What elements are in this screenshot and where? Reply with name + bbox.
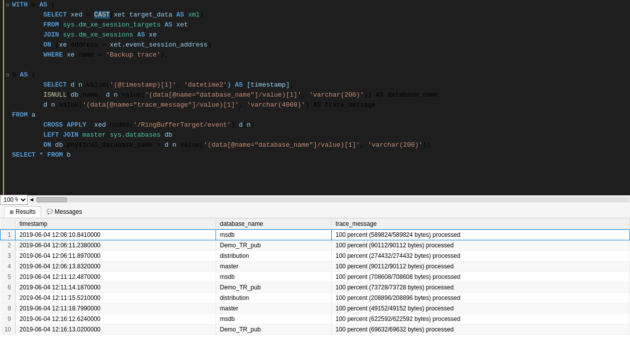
line-content: b AS ( xyxy=(12,70,630,80)
cell-rownum: 2 xyxy=(1,240,16,251)
results-tab-label: Results xyxy=(16,208,36,215)
line-content: JOIN sys.dm_xe_sessions AS xe xyxy=(12,30,630,40)
fold-icon xyxy=(4,153,12,158)
fold-icon xyxy=(4,43,12,48)
fold-icon xyxy=(4,60,12,66)
line-content: LEFT JOIN master.sys.databases db xyxy=(12,130,630,140)
code-lines: ⊟WITH a AS ( SELECT xed = CAST(xet.targe… xyxy=(4,0,630,160)
col-header-database_name: database_name xyxy=(216,218,331,230)
cell-trace_message: 100 percent (90112/90112 bytes) processe… xyxy=(331,261,629,272)
cell-rownum: 3 xyxy=(1,251,16,261)
table-row[interactable]: 32019-06-04 12:06:11.8970000distribution… xyxy=(1,251,630,261)
table-row[interactable]: 72019-06-04 12:11:15.5210000distribution… xyxy=(1,293,630,303)
table-row[interactable]: 102019-06-04 12:16:13.0200000Demo_TR_pub… xyxy=(1,324,630,335)
table-row[interactable]: 82019-06-04 12:11:18.7990000master100 pe… xyxy=(1,303,630,314)
code-line: ON (xe.address = xet.event_session_addre… xyxy=(4,40,630,50)
fold-icon xyxy=(4,143,12,148)
line-content: ON (xe.address = xet.event_session_addre… xyxy=(12,40,630,50)
results-container[interactable]: timestamp database_name trace_message 12… xyxy=(0,218,630,335)
results-table: timestamp database_name trace_message 12… xyxy=(0,218,630,335)
code-line: LEFT JOIN master.sys.databases db xyxy=(4,130,630,140)
cell-rownum: 5 xyxy=(1,272,16,282)
scroll-thumb[interactable] xyxy=(37,197,67,202)
cell-timestamp: 2019-06-04 12:16:13.0200000 xyxy=(16,324,216,335)
code-line: ⊟b AS ( xyxy=(4,70,630,80)
cell-database_name: master xyxy=(216,303,331,314)
table-row[interactable]: 12019-06-04 12:06:10.8410000msdb100 perc… xyxy=(1,230,630,240)
code-line: ⊟WITH a AS ( xyxy=(4,0,630,10)
tab-results[interactable]: ⊞ Results xyxy=(4,206,41,217)
fold-icon xyxy=(4,53,12,58)
cell-timestamp: 2019-06-04 12:06:11.2380000 xyxy=(16,240,216,251)
code-line xyxy=(4,60,630,70)
cell-database_name: master xyxy=(216,261,331,272)
cell-trace_message: 100 percent (90112/90112 bytes) processe… xyxy=(331,240,629,251)
table-row[interactable]: 62019-06-04 12:11:14.1870000Demo_TR_pub1… xyxy=(1,282,630,293)
fold-icon xyxy=(4,93,12,98)
cell-rownum: 8 xyxy=(1,303,16,314)
col-header-rownum xyxy=(1,218,16,230)
cell-rownum: 9 xyxy=(1,314,16,324)
code-line: SELECT d.n.value('(@timestamp)[1]', 'dat… xyxy=(4,80,630,90)
code-area[interactable]: ⊟WITH a AS ( SELECT xed = CAST(xet.targe… xyxy=(4,0,630,195)
cell-trace_message: 100 percent (73728/73728 bytes) processe… xyxy=(331,282,629,293)
code-line: ISNULL(db.name, d.n.value('(data[@name="… xyxy=(4,90,630,100)
code-line: FROM a xyxy=(4,110,630,120)
line-content: SELECT d.n.value('(@timestamp)[1]', 'dat… xyxy=(12,80,630,90)
table-row[interactable]: 92019-06-04 12:16:12.6240000msdb100 perc… xyxy=(1,314,630,324)
tab-messages[interactable]: 💬 Messages xyxy=(41,206,88,217)
cell-trace_message: 100 percent (49152/49152 bytes) processe… xyxy=(331,303,629,314)
results-tabs: ⊞ Results 💬 Messages xyxy=(0,203,630,218)
cell-database_name: msdb xyxy=(216,272,331,282)
code-line: SELECT xed = CAST(xet.target_data AS xml… xyxy=(4,10,630,20)
scrollbar-area: 100 % 75 % 150 % ◀ xyxy=(0,195,630,203)
editor-wrapper: ⊟WITH a AS ( SELECT xed = CAST(xet.targe… xyxy=(0,0,630,195)
table-row[interactable]: 52019-06-04 12:11:12.4870000msdb100 perc… xyxy=(1,272,630,282)
cell-trace_message: 100 percent (274432/274432 bytes) proces… xyxy=(331,251,629,261)
cell-timestamp: 2019-06-04 12:11:12.4870000 xyxy=(16,272,216,282)
fold-icon xyxy=(4,103,12,108)
line-content: d.n.value('(data[@name="trace_message"]/… xyxy=(12,100,630,110)
line-content: FROM a xyxy=(12,110,630,120)
results-icon: ⊞ xyxy=(10,209,14,215)
cell-rownum: 4 xyxy=(1,261,16,272)
code-line: SELECT * FROM b xyxy=(4,150,630,160)
cell-timestamp: 2019-06-04 12:06:11.8970000 xyxy=(16,251,216,261)
fold-icon xyxy=(4,83,12,88)
code-line: FROM sys.dm_xe_session_targets AS xet xyxy=(4,20,630,30)
messages-tab-label: Messages xyxy=(55,208,82,215)
cell-trace_message: 100 percent (589824/589824 bytes) proces… xyxy=(331,230,629,240)
results-tbody: 12019-06-04 12:06:10.8410000msdb100 perc… xyxy=(1,230,630,335)
scroll-left-btn[interactable]: ◀ xyxy=(28,196,36,203)
cell-trace_message: 100 percent (708608/708608 bytes) proces… xyxy=(331,272,629,282)
cell-rownum: 7 xyxy=(1,293,16,303)
cell-database_name: msdb xyxy=(216,230,331,240)
fold-icon xyxy=(4,113,12,118)
fold-icon[interactable]: ⊟ xyxy=(4,2,12,8)
messages-icon: 💬 xyxy=(47,209,53,214)
table-header-row: timestamp database_name trace_message xyxy=(1,218,630,230)
cell-trace_message: 100 percent (622592/622592 bytes) proces… xyxy=(331,314,629,324)
code-line: d.n.value('(data[@name="trace_message"]/… xyxy=(4,100,630,110)
fold-icon xyxy=(4,33,12,38)
line-content: WITH a AS ( xyxy=(12,0,630,10)
cell-timestamp: 2019-06-04 12:06:13.8320000 xyxy=(16,261,216,272)
cell-timestamp: 2019-06-04 12:16:12.6240000 xyxy=(16,314,216,324)
cell-rownum: 1 xyxy=(1,230,16,240)
cell-trace_message: 100 percent (69632/69632 bytes) processe… xyxy=(331,324,629,335)
fold-icon[interactable]: ⊟ xyxy=(4,72,12,78)
cell-database_name: distribution xyxy=(216,251,331,261)
line-content: SELECT xed = CAST(xet.target_data AS xml… xyxy=(12,10,630,20)
scroll-track[interactable] xyxy=(37,197,629,202)
line-content: CROSS APPLY xed.nodes('/RingBufferTarget… xyxy=(12,120,630,130)
fold-icon xyxy=(4,123,12,128)
cell-timestamp: 2019-06-04 12:11:15.5210000 xyxy=(16,293,216,303)
line-content: FROM sys.dm_xe_session_targets AS xet xyxy=(12,20,630,30)
table-row[interactable]: 42019-06-04 12:06:13.8320000master100 pe… xyxy=(1,261,630,272)
fold-icon xyxy=(4,133,12,138)
cell-database_name: Demo_TR_pub xyxy=(216,324,331,335)
zoom-select[interactable]: 100 % 75 % 150 % xyxy=(0,195,28,205)
cell-rownum: 10 xyxy=(1,324,16,335)
cell-trace_message: 100 percent (208896/208896 bytes) proces… xyxy=(331,293,629,303)
table-row[interactable]: 22019-06-04 12:06:11.2380000Demo_TR_pub1… xyxy=(1,240,630,251)
